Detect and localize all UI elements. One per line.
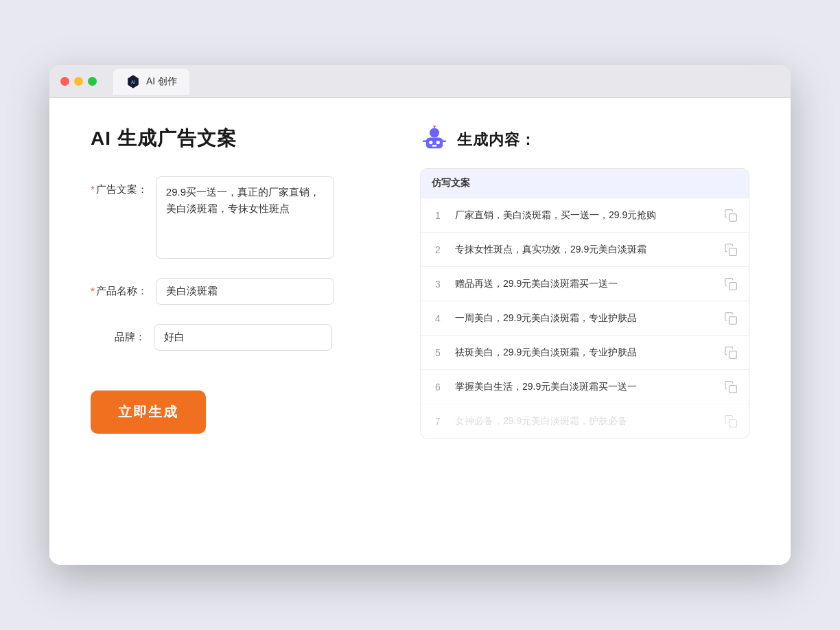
result-table: 仿写文案 1 厂家直销，美白淡斑霜，买一送一，29.9元抢购 2 专抹女性斑点，… bbox=[420, 168, 749, 439]
result-text-7: 女神必备，29.9元美白淡斑霜，护肤必备 bbox=[455, 414, 713, 428]
page-title: AI 生成广告文案 bbox=[91, 126, 379, 152]
robot-icon bbox=[420, 126, 449, 154]
ai-tab-icon: AI bbox=[126, 74, 141, 89]
svg-rect-3 bbox=[426, 138, 443, 149]
tab-label: AI 创作 bbox=[146, 75, 177, 88]
svg-rect-6 bbox=[432, 145, 437, 147]
result-num-5: 5 bbox=[432, 347, 444, 358]
result-row: 2 专抹女性斑点，真实功效，29.9元美白淡斑霜 bbox=[421, 232, 749, 266]
svg-rect-11 bbox=[730, 213, 737, 221]
result-num-4: 4 bbox=[432, 313, 444, 324]
result-text-3: 赠品再送，29.9元美白淡斑霜买一送一 bbox=[455, 277, 713, 291]
copy-icon-7[interactable] bbox=[724, 415, 738, 428]
result-text-5: 祛斑美白，29.9元美白淡斑霜，专业护肤品 bbox=[455, 345, 713, 360]
generate-button[interactable]: 立即生成 bbox=[91, 390, 206, 434]
product-name-input[interactable] bbox=[156, 278, 334, 305]
result-row: 3 赠品再送，29.9元美白淡斑霜买一送一 bbox=[421, 266, 749, 301]
result-num-2: 2 bbox=[432, 244, 444, 255]
product-name-required: * bbox=[91, 285, 95, 296]
brand-label: 品牌： bbox=[91, 324, 145, 344]
main-layout: AI 生成广告文案 *广告文案： 29.9买一送一，真正的厂家直销，美白淡斑霜，… bbox=[91, 126, 749, 439]
svg-rect-12 bbox=[730, 248, 737, 255]
close-button[interactable] bbox=[60, 77, 69, 86]
result-row: 4 一周美白，29.9元美白淡斑霜，专业护肤品 bbox=[421, 301, 749, 335]
copy-icon-1[interactable] bbox=[724, 209, 738, 222]
browser-content: AI 生成广告文案 *广告文案： 29.9买一送一，真正的厂家直销，美白淡斑霜，… bbox=[49, 98, 791, 565]
product-name-group: *产品名称： bbox=[91, 278, 379, 305]
right-panel: 生成内容： 仿写文案 1 厂家直销，美白淡斑霜，买一送一，29.9元抢购 2 专… bbox=[420, 126, 749, 439]
result-num-7: 7 bbox=[432, 416, 444, 427]
svg-rect-13 bbox=[730, 282, 737, 290]
result-text-1: 厂家直销，美白淡斑霜，买一送一，29.9元抢购 bbox=[455, 208, 713, 222]
browser-window: AI AI 创作 AI 生成广告文案 *广告文案： 29.9买一送一，真正的厂家… bbox=[49, 65, 791, 565]
left-panel: AI 生成广告文案 *广告文案： 29.9买一送一，真正的厂家直销，美白淡斑霜，… bbox=[91, 126, 379, 434]
svg-text:AI: AI bbox=[131, 79, 136, 84]
ad-copy-required: * bbox=[91, 183, 95, 195]
copy-icon-4[interactable] bbox=[724, 312, 738, 325]
result-num-3: 3 bbox=[432, 279, 444, 290]
result-num-6: 6 bbox=[432, 382, 444, 393]
result-text-2: 专抹女性斑点，真实功效，29.9元美白淡斑霜 bbox=[455, 242, 713, 257]
result-row: 5 祛斑美白，29.9元美白淡斑霜，专业护肤品 bbox=[421, 335, 749, 369]
svg-point-5 bbox=[436, 141, 440, 144]
result-num-1: 1 bbox=[432, 210, 444, 221]
copy-icon-5[interactable] bbox=[724, 346, 738, 360]
result-row: 1 厂家直销，美白淡斑霜，买一送一，29.9元抢购 bbox=[421, 198, 749, 232]
svg-rect-15 bbox=[730, 351, 737, 358]
titlebar: AI AI 创作 bbox=[49, 65, 791, 98]
result-text-4: 一周美白，29.9元美白淡斑霜，专业护肤品 bbox=[455, 311, 713, 325]
result-text-6: 掌握美白生活，29.9元美白淡斑霜买一送一 bbox=[455, 380, 713, 394]
svg-rect-14 bbox=[730, 316, 737, 324]
ad-copy-label: *广告文案： bbox=[91, 176, 148, 196]
copy-icon-6[interactable] bbox=[724, 380, 738, 394]
svg-point-8 bbox=[433, 126, 436, 128]
result-table-header: 仿写文案 bbox=[421, 169, 749, 198]
ad-copy-input[interactable]: 29.9买一送一，真正的厂家直销，美白淡斑霜，专抹女性斑点 bbox=[156, 176, 334, 259]
ad-copy-group: *广告文案： 29.9买一送一，真正的厂家直销，美白淡斑霜，专抹女性斑点 bbox=[91, 176, 379, 259]
maximize-button[interactable] bbox=[88, 77, 97, 86]
svg-point-4 bbox=[429, 141, 432, 144]
svg-rect-16 bbox=[730, 385, 737, 393]
copy-icon-3[interactable] bbox=[724, 277, 738, 291]
traffic-lights bbox=[60, 77, 97, 86]
result-header: 生成内容： bbox=[420, 126, 749, 154]
product-name-label: *产品名称： bbox=[91, 278, 148, 298]
ai-tab[interactable]: AI AI 创作 bbox=[113, 69, 189, 95]
result-row: 6 掌握美白生活，29.9元美白淡斑霜买一送一 bbox=[421, 369, 749, 404]
result-title: 生成内容： bbox=[457, 130, 536, 150]
copy-icon-2[interactable] bbox=[724, 243, 738, 257]
brand-input[interactable] bbox=[154, 324, 332, 351]
svg-point-2 bbox=[430, 128, 439, 138]
minimize-button[interactable] bbox=[74, 77, 83, 86]
result-row-faded: 7 女神必备，29.9元美白淡斑霜，护肤必备 bbox=[421, 404, 749, 438]
brand-group: 品牌： bbox=[91, 324, 379, 351]
svg-rect-17 bbox=[730, 419, 737, 427]
